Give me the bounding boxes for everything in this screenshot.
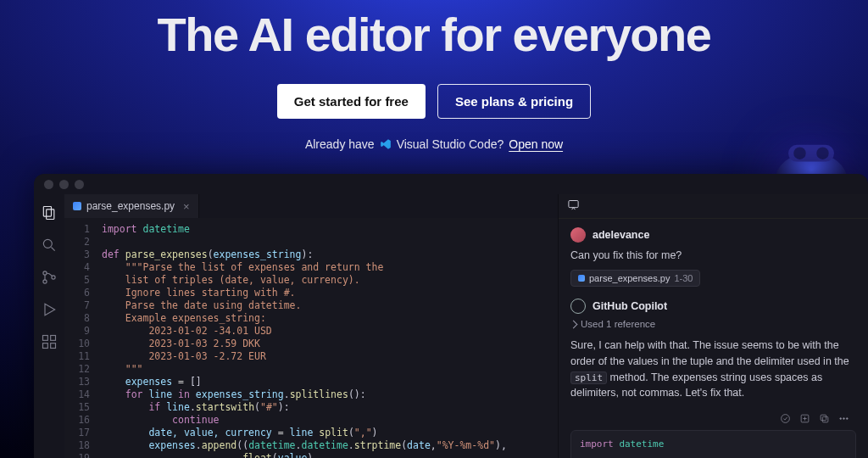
inline-code-pill: split [570, 371, 607, 384]
editor-tabs: parse_expenses.py × [64, 194, 558, 218]
window-titlebar [34, 174, 868, 194]
already-product-text: Visual Studio Code? [397, 137, 504, 151]
plans-pricing-button[interactable]: See plans & pricing [437, 84, 591, 119]
editor-window: parse_expenses.py × 12345678910111213141… [34, 174, 868, 458]
traffic-light-max[interactable] [75, 180, 84, 189]
run-debug-icon[interactable] [41, 301, 58, 321]
svg-rect-12 [43, 336, 48, 341]
chat-pane: adelevance Can you fix this for me? pars… [558, 194, 868, 458]
cta-row: Get started for free See plans & pricing [277, 84, 591, 119]
vscode-icon [380, 138, 392, 150]
svg-point-3 [816, 148, 828, 159]
code-text[interactable]: import datetime def parse_expenses(expen… [97, 218, 558, 458]
python-file-icon [73, 202, 81, 210]
more-icon[interactable] [838, 413, 849, 427]
user-message: Can you fix this for me? [570, 249, 856, 261]
svg-rect-19 [822, 416, 828, 422]
svg-point-17 [782, 415, 790, 423]
used-reference-row[interactable]: Used 1 reference [570, 319, 856, 329]
python-file-icon [578, 275, 585, 282]
copilot-icon [570, 299, 586, 314]
chevron-right-icon [570, 320, 578, 328]
traffic-light-close[interactable] [44, 180, 53, 189]
already-have-row: Already have Visual Studio Code? Open no… [305, 137, 563, 151]
svg-rect-16 [569, 201, 578, 208]
svg-rect-20 [821, 415, 826, 421]
svg-point-22 [843, 418, 845, 420]
open-now-link[interactable]: Open now [509, 137, 563, 151]
search-icon[interactable] [41, 237, 58, 257]
chat-user-author: adelevance [570, 227, 856, 243]
apply-icon[interactable] [780, 413, 791, 427]
chat-icon[interactable] [567, 198, 580, 214]
code-pane: parse_expenses.py × 12345678910111213141… [64, 194, 558, 458]
activity-bar [34, 194, 64, 458]
svg-rect-15 [51, 344, 56, 349]
copilot-author: GitHub Copilot [570, 299, 856, 314]
assistant-message: Sure, I can help with that. The issue se… [570, 338, 856, 401]
already-pre-text: Already have [305, 137, 375, 151]
line-number-gutter: 1234567891011121314151617181920 [64, 218, 97, 458]
chat-tabs [559, 194, 868, 219]
svg-rect-13 [51, 336, 56, 341]
used-reference-text: Used 1 reference [581, 319, 655, 329]
svg-rect-7 [47, 209, 54, 220]
chip-filename: parse_expenses.py [589, 273, 670, 283]
suggested-code-block[interactable]: import datetime def parse_expenses(expen… [570, 430, 856, 458]
hero-headline: The AI editor for everyone [158, 7, 711, 62]
svg-rect-6 [43, 207, 51, 217]
chip-range: 1-30 [674, 273, 693, 283]
context-chip[interactable]: parse_expenses.py 1-30 [570, 270, 700, 287]
svg-point-9 [43, 271, 47, 275]
explorer-icon[interactable] [41, 204, 58, 225]
svg-point-10 [43, 280, 47, 283]
tab-filename-label: parse_expenses.py [86, 200, 175, 212]
avatar [570, 227, 586, 243]
svg-point-2 [793, 148, 805, 159]
svg-point-21 [840, 418, 842, 420]
svg-point-8 [43, 239, 52, 248]
close-icon[interactable]: × [183, 200, 190, 213]
svg-point-23 [846, 418, 848, 420]
svg-point-11 [52, 276, 55, 279]
get-started-button[interactable]: Get started for free [277, 84, 426, 119]
chat-username: adelevance [593, 229, 649, 241]
svg-rect-14 [43, 344, 48, 349]
source-control-icon[interactable] [41, 269, 58, 289]
code-body[interactable]: 1234567891011121314151617181920 import d… [64, 218, 558, 458]
copy-icon[interactable] [819, 413, 830, 427]
code-block-toolbar [570, 410, 856, 430]
copilot-label: GitHub Copilot [593, 300, 667, 312]
extensions-icon[interactable] [41, 333, 58, 354]
insert-icon[interactable] [799, 413, 810, 427]
traffic-light-min[interactable] [59, 180, 69, 189]
tab-parse-expenses[interactable]: parse_expenses.py × [64, 194, 199, 218]
